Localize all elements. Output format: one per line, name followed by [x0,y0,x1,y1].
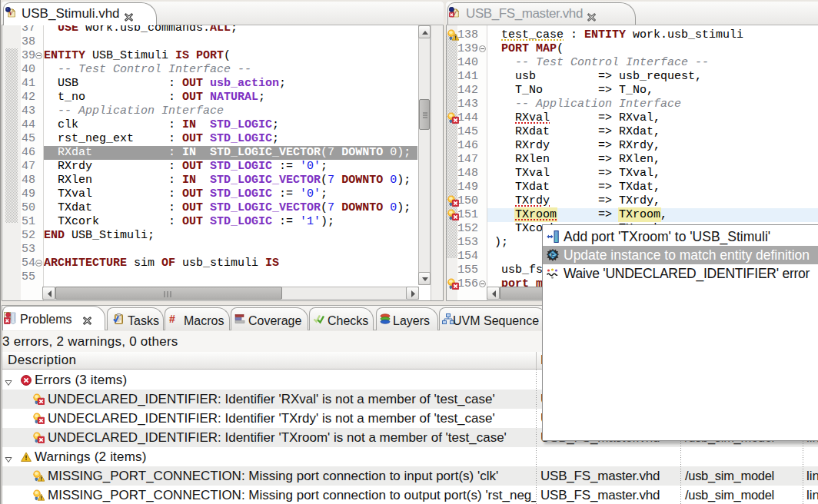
svg-text:#: # [169,313,175,325]
svg-text:E: E [551,251,555,258]
